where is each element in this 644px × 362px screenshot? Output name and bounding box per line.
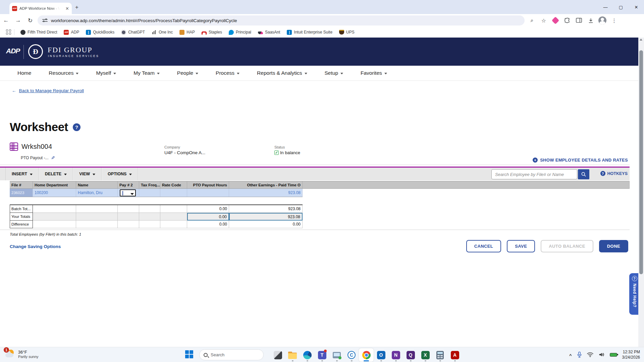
nav-my-team[interactable]: My Team xyxy=(125,70,168,76)
bookmark-staples[interactable]: Staples xyxy=(198,28,225,36)
bookmark-fifth-third[interactable]: Fifth Third Direct xyxy=(17,28,60,36)
scrollbar-thumb[interactable] xyxy=(639,50,643,274)
column-header[interactable]: Other Earnings - Paid Time O xyxy=(229,181,303,189)
bookmark-saasant[interactable]: SaasAnt xyxy=(255,28,283,36)
change-saving-options-link[interactable]: Change Saving Options xyxy=(10,244,61,249)
done-button[interactable]: DONE xyxy=(599,240,628,252)
window-close-button[interactable]: ✕ xyxy=(629,5,644,10)
nav-myself[interactable]: Myself xyxy=(87,70,125,76)
site-settings-icon[interactable] xyxy=(42,18,48,22)
nav-setup[interactable]: Setup xyxy=(316,70,352,76)
column-header[interactable]: Tax Freq... xyxy=(139,181,160,189)
view-menu[interactable]: VIEW xyxy=(73,168,102,180)
pay-number-select[interactable] xyxy=(120,189,136,196)
taskbar-file-explorer-icon[interactable] xyxy=(285,348,300,362)
nav-people[interactable]: People xyxy=(168,70,207,76)
delete-menu[interactable]: DELETE xyxy=(39,168,73,180)
taskbar-onenote-icon[interactable]: N xyxy=(388,348,403,362)
pink-extension-icon[interactable] xyxy=(551,16,559,24)
taskbar-teams-icon[interactable]: T xyxy=(315,348,329,362)
new-tab-button[interactable]: + xyxy=(75,4,78,11)
options-menu[interactable]: OPTIONS xyxy=(102,168,138,180)
nav-favorites[interactable]: Favorites xyxy=(352,70,396,76)
tray-overflow-icon[interactable]: ^ xyxy=(569,353,572,358)
tab-close-icon[interactable]: ✕ xyxy=(65,6,69,11)
hotkeys-link[interactable]: ? HOTKEYS xyxy=(600,171,628,176)
nav-home[interactable]: Home xyxy=(9,70,40,76)
bookmark-quickbooks[interactable]: | QuickBooks xyxy=(83,28,118,36)
wifi-icon[interactable] xyxy=(587,352,593,357)
window-maximize-button[interactable]: ▢ xyxy=(613,5,629,10)
start-button[interactable] xyxy=(185,350,194,359)
page-scrollbar[interactable] xyxy=(638,38,644,347)
extensions-puzzle-icon[interactable] xyxy=(563,16,571,24)
show-employee-details-link[interactable]: + SHOW EMPLOYEE DETAILS AND RATES xyxy=(533,158,628,163)
cell-file-number[interactable]: 236023 xyxy=(10,189,33,197)
nav-reports-analytics[interactable]: Reports & Analytics xyxy=(248,70,316,76)
column-header[interactable]: Rate Code xyxy=(160,181,187,189)
profile-avatar-icon[interactable] xyxy=(598,16,606,24)
browser-tab[interactable]: ADP ADP Workforce Now - Workshe ✕ xyxy=(9,3,72,14)
column-header[interactable]: Pay # 2 xyxy=(118,181,139,189)
taskbar-remote-pc-icon[interactable] xyxy=(329,348,344,362)
side-panel-icon[interactable] xyxy=(575,16,583,24)
url-bar[interactable]: workforcenow.adp.com/theme/admin.html#/P… xyxy=(38,15,525,25)
taskbar-search[interactable]: Search xyxy=(199,349,264,360)
bookmark-one-inc[interactable]: One Inc xyxy=(148,28,176,36)
taskbar-edge-icon[interactable] xyxy=(300,348,315,362)
nav-process[interactable]: Process xyxy=(207,70,248,76)
cell-other-earnings[interactable]: 923.08 xyxy=(229,189,303,197)
nav-resources[interactable]: Resources xyxy=(40,70,87,76)
bookmark-intuit-enterprise[interactable]: | Intuit Enterprise Suite xyxy=(283,28,336,36)
weather-widget[interactable]: 1 36°F Partly sunny xyxy=(5,349,39,360)
column-header[interactable]: File # xyxy=(10,181,33,189)
weather-alert-badge: 1 xyxy=(4,347,9,353)
cell-pto-payout-hours[interactable] xyxy=(187,189,229,197)
taskbar-chrome-icon[interactable] xyxy=(359,348,374,362)
column-header[interactable]: Name xyxy=(76,181,118,189)
bookmark-ups[interactable]: UPS xyxy=(336,28,358,36)
bookmark-chatgpt[interactable]: ChatGPT xyxy=(118,28,148,36)
column-header[interactable]: Home Department xyxy=(33,181,76,189)
insert-menu[interactable]: INSERT xyxy=(5,168,39,180)
cell-tax-frequency[interactable] xyxy=(139,189,160,197)
taskbar-quickbooks-tool-icon[interactable]: Q xyxy=(403,348,418,362)
forward-icon[interactable]: → xyxy=(12,17,24,24)
bookmark-principal[interactable]: Principal xyxy=(225,28,255,36)
back-to-manage-payroll-link[interactable]: ← Back to Manage Regular Payroll xyxy=(12,88,84,93)
column-header[interactable]: PTO Payout Hours xyxy=(187,181,229,189)
help-icon[interactable]: ? xyxy=(73,123,80,131)
volume-icon[interactable] xyxy=(598,352,605,357)
back-icon[interactable]: ← xyxy=(0,17,12,24)
taskbar-citrix-icon[interactable]: C xyxy=(344,348,359,362)
bookmark-adp[interactable]: ADP ADP xyxy=(60,28,83,36)
apps-grid-icon[interactable] xyxy=(6,29,11,35)
cell-name[interactable]: Hamilton, Dru xyxy=(76,189,118,197)
cell-pay-number[interactable] xyxy=(118,189,139,197)
bookmark-hap[interactable]: HAP xyxy=(176,28,198,36)
scroll-up-icon[interactable] xyxy=(640,39,642,41)
one-inc-favicon-icon xyxy=(152,30,157,35)
adp-logo-icon[interactable]: ADP xyxy=(6,47,20,55)
taskbar-acrobat-icon[interactable]: A xyxy=(447,348,462,362)
cell-rate-code[interactable] xyxy=(160,189,187,197)
save-button[interactable]: SAVE xyxy=(507,240,535,252)
battery-icon[interactable] xyxy=(610,353,617,357)
cell-home-department[interactable]: 100200 xyxy=(33,189,76,197)
cancel-button[interactable]: CANCEL xyxy=(466,240,501,252)
employee-search-input[interactable] xyxy=(491,169,577,179)
taskbar-calculator-icon[interactable] xyxy=(433,348,447,362)
taskbar-excel-icon[interactable]: X xyxy=(418,348,433,362)
taskbar-outlook-icon[interactable]: O xyxy=(374,348,388,362)
taskbar-pinned-app-icon[interactable] xyxy=(270,348,285,362)
bookmark-star-icon[interactable]: ☆ xyxy=(540,16,548,24)
taskbar-clock[interactable]: 12:32 PM 3/24/2026 xyxy=(622,349,640,360)
downloads-icon[interactable] xyxy=(587,16,595,24)
zoom-search-icon[interactable]: ⌕ xyxy=(528,16,536,24)
edit-pencil-icon[interactable]: ✎ xyxy=(51,155,55,161)
browser-menu-icon[interactable]: ⋮ xyxy=(610,16,618,24)
reload-icon[interactable]: ↻ xyxy=(24,17,36,24)
employee-search-button[interactable] xyxy=(578,169,589,179)
tray-microphone-icon[interactable] xyxy=(577,352,582,358)
window-minimize-button[interactable]: — xyxy=(598,5,613,10)
